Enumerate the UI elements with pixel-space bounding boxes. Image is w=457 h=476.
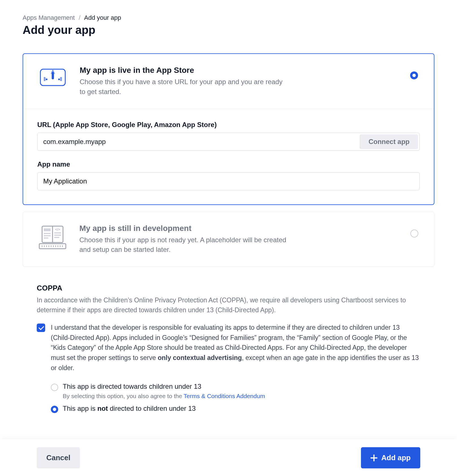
coppa-not-bold: not [97,405,108,412]
coppa-radio-directed-sub: By selecting this option, you also agree… [51,393,420,399]
option-live-desc: Choose this if you have a store URL for … [80,77,289,97]
url-label: URL (Apple App Store, Google Play, Amazo… [37,121,420,129]
coppa-not-post: directed to children under 13 [108,405,196,412]
svg-text:</>: </> [55,228,60,232]
coppa-consent-checkbox[interactable] [37,324,45,332]
svg-rect-10 [44,235,51,236]
footer-bar: Cancel Add app [0,439,457,476]
coppa-consent-text: I understand that the developer is respo… [51,323,420,373]
breadcrumb-separator: / [79,14,80,21]
svg-rect-8 [44,228,51,231]
svg-rect-15 [54,237,59,238]
svg-point-3 [58,78,60,80]
option-live-title: My app is live in the App Store [80,66,397,75]
svg-rect-4 [44,77,45,81]
option-dev-desc: Choose this if your app is not ready yet… [79,235,288,255]
option-dev-title: My app is still in development [79,224,397,233]
svg-point-2 [46,78,47,80]
coppa-not-pre: This app is [63,405,97,412]
svg-rect-14 [54,235,61,236]
url-input[interactable] [38,133,358,150]
coppa-intro: In accordance with the Children’s Online… [37,295,420,315]
svg-rect-13 [54,232,61,233]
svg-rect-11 [44,237,48,239]
option-live-card[interactable]: My app is live in the App Store Choose t… [23,53,434,205]
option-live-body: URL (Apple App Store, Google Play, Amazo… [23,109,434,204]
option-dev-card[interactable]: </> My app is s [23,212,434,267]
coppa-radio-directed-input[interactable] [51,384,58,391]
app-name-input[interactable] [37,172,420,190]
option-live-radio[interactable] [410,71,418,79]
terms-addendum-link[interactable]: Terms & Conditions Addendum [184,393,265,399]
coppa-heading: COPPA [37,284,420,292]
plus-icon [371,455,377,461]
add-app-button[interactable]: Add app [361,447,420,468]
add-app-button-label: Add app [381,453,411,462]
laptop-code-icon: </> [37,224,68,250]
svg-rect-5 [60,77,62,81]
option-dev-radio[interactable] [410,230,418,237]
coppa-radio-directed-label: This app is directed towards children un… [63,383,201,390]
breadcrumb-current: Add your app [84,14,121,21]
option-live-header[interactable]: My app is live in the App Store Choose t… [23,54,434,109]
coppa-radio-directed[interactable]: This app is directed towards children un… [51,383,420,391]
coppa-section: COPPA In accordance with the Children’s … [23,274,434,413]
coppa-radio-not-directed-label: This app is not directed to children und… [63,405,196,412]
breadcrumb: Apps Management / Add your app [23,14,434,21]
coppa-radio-not-directed[interactable]: This app is not directed to children und… [51,405,420,413]
rocket-appstore-icon [37,66,68,88]
svg-rect-16 [39,244,66,249]
cancel-button[interactable]: Cancel [37,447,80,468]
svg-rect-1 [52,72,54,79]
app-name-label: App name [37,160,420,168]
page-title: Add your app [23,24,434,36]
coppa-consent-bold: only contextual advertising [158,354,242,361]
breadcrumb-parent[interactable]: Apps Management [23,14,75,21]
svg-rect-9 [44,233,51,234]
option-dev-header[interactable]: </> My app is s [23,212,434,267]
connect-app-button[interactable]: Connect app [360,134,418,149]
coppa-radio-not-directed-input[interactable] [51,406,58,413]
coppa-radio-directed-sub-pre: By selecting this option, you also agree… [63,393,184,399]
